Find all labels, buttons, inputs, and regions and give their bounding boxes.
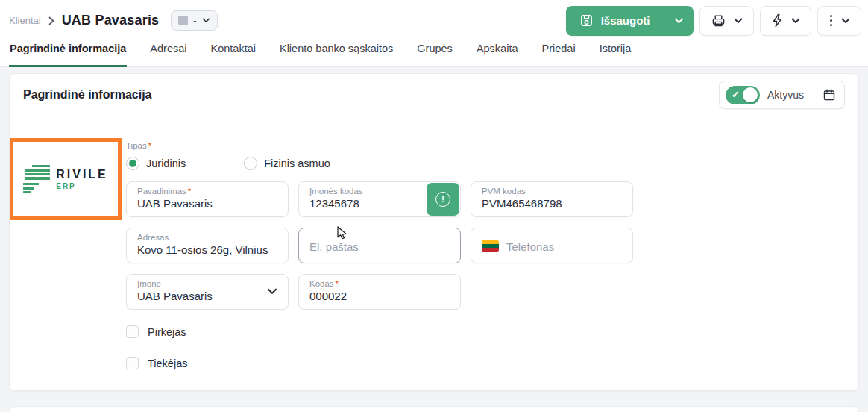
imones-kodas-input[interactable] [309, 196, 417, 210]
tab-kliento-banko-saskaitos[interactable]: Kliento banko sąskaitos [279, 41, 394, 67]
kodas-input[interactable] [309, 288, 450, 302]
main-info-card: Pagrindinė informacija ✓ Aktyvus [9, 73, 859, 391]
breadcrumb-chevron-icon [48, 16, 54, 25]
color-dropdown-value: - [193, 15, 196, 26]
tab-grupes[interactable]: Grupės [416, 41, 453, 67]
next-card-peek [9, 406, 859, 412]
required-mark: * [336, 279, 339, 288]
chevron-down-icon [841, 18, 850, 24]
form-row-2: Adresas [126, 228, 858, 263]
breadcrumb: Klientai UAB Pavasaris - [9, 10, 218, 31]
kebab-icon [828, 15, 834, 27]
card-title: Pagrindinė informacija [23, 88, 151, 102]
logo-brand-sub: ERP [56, 182, 108, 190]
radio-selected-icon [126, 157, 139, 170]
el-pastas-field[interactable] [298, 228, 461, 263]
topbar: Klientai UAB Pavasaris - Išsaugot [0, 0, 868, 41]
checkbox-unchecked-icon[interactable] [126, 325, 139, 338]
client-form: Tipas* Juridinis Fizinis asmuo [126, 116, 858, 369]
print-menu-button[interactable] [699, 6, 754, 36]
tab-adresai[interactable]: Adresai [149, 41, 187, 67]
pvm-kodas-label: PVM kodas [482, 187, 622, 196]
rivile-logo-icon [23, 165, 50, 194]
radio-unselected-icon [244, 157, 257, 170]
tiekejas-label: Tiekėjas [148, 358, 187, 369]
breadcrumb-parent-link[interactable]: Klientai [9, 15, 41, 26]
telefonas-field[interactable] [471, 228, 633, 263]
adresas-input[interactable] [137, 242, 277, 256]
pavadinimas-input[interactable] [137, 196, 277, 210]
pavadinimas-label: Pavadinimas* [137, 187, 277, 196]
lithuania-flag-icon [482, 240, 499, 252]
save-icon [579, 13, 594, 28]
tipas-radio-group: Juridinis Fizinis asmuo [126, 155, 858, 172]
pirkejas-label: Pirkėjas [148, 326, 186, 338]
form-row-3: Įmonė Kodas* [126, 274, 858, 310]
chevron-down-icon [267, 288, 277, 295]
tipas-label: Tipas* [126, 141, 858, 150]
save-button[interactable]: Išsaugoti [566, 6, 664, 36]
chevron-down-icon [202, 18, 210, 23]
imone-select-field[interactable]: Įmonė [126, 274, 289, 310]
pvm-kodas-field[interactable]: PVM kodas [471, 181, 633, 217]
form-rows: Pavadinimas* Įmonės kodas ! [126, 181, 858, 310]
exclamation-circle-icon: ! [435, 192, 450, 207]
topbar-actions: Išsaugoti [566, 6, 861, 36]
pirkejas-checkbox-row[interactable]: Pirkėjas [126, 325, 858, 338]
imone-select-value[interactable] [137, 288, 277, 302]
tab-pagrindine-informacija[interactable]: Pagrindinė informacija [9, 41, 127, 67]
color-status-dropdown[interactable]: - [171, 10, 217, 31]
printer-icon [711, 13, 726, 28]
actions-menu-button[interactable] [760, 6, 811, 36]
lightning-icon [771, 13, 784, 28]
pvm-kodas-input[interactable] [482, 196, 622, 210]
required-mark: * [188, 187, 191, 196]
radio-juridinis-label: Juridinis [146, 157, 186, 169]
required-mark: * [148, 141, 151, 150]
logo-brand-name: RIVILE [56, 168, 108, 181]
tab-kontaktai[interactable]: Kontaktai [210, 41, 257, 67]
imones-kodas-field[interactable]: Įmonės kodas ! [298, 181, 461, 217]
active-toggle[interactable]: ✓ Aktyvus [720, 86, 814, 104]
save-split-button: Išsaugoti [566, 6, 694, 36]
save-button-label: Išsaugoti [601, 14, 650, 27]
calendar-icon [823, 88, 836, 102]
pavadinimas-field[interactable]: Pavadinimas* [126, 181, 289, 217]
checkbox-unchecked-icon[interactable] [126, 357, 139, 369]
chevron-down-icon [734, 18, 743, 24]
card-body: RIVILE ERP Tipas* Juridinis [10, 116, 858, 391]
kodas-field[interactable]: Kodas* [298, 274, 461, 310]
radio-fizinis-asmuo[interactable]: Fizinis asmuo [244, 157, 330, 170]
client-edit-page: Klientai UAB Pavasaris - Išsaugot [0, 0, 868, 412]
calendar-button[interactable] [814, 81, 844, 108]
radio-fizinis-asmuo-label: Fizinis asmuo [264, 157, 330, 169]
chevron-down-icon [791, 18, 800, 24]
tab-apskaita[interactable]: Apskaita [476, 41, 519, 67]
card-header: Pagrindinė informacija ✓ Aktyvus [10, 74, 858, 116]
tab-priedai[interactable]: Priedai [541, 41, 576, 67]
tab-bar: Pagrindinė informacija Adresai Kontaktai… [0, 41, 868, 67]
adresas-field[interactable]: Adresas [126, 228, 289, 263]
radio-juridinis[interactable]: Juridinis [126, 157, 186, 170]
chevron-down-icon [674, 18, 684, 24]
toggle-on-icon: ✓ [726, 86, 760, 104]
client-logo-box[interactable]: RIVILE ERP [10, 138, 122, 220]
adresas-label: Adresas [137, 233, 277, 242]
form-row-1: Pavadinimas* Įmonės kodas ! [126, 181, 858, 217]
active-status-group: ✓ Aktyvus [719, 81, 845, 109]
tab-istorija[interactable]: Istorija [599, 41, 632, 67]
rivile-logo-text: RIVILE ERP [56, 168, 108, 190]
verify-company-code-button[interactable]: ! [427, 183, 459, 216]
page-title: UAB Pavasaris [62, 13, 160, 28]
content-area: Pagrindinė informacija ✓ Aktyvus [0, 67, 868, 412]
telefonas-input[interactable] [506, 239, 622, 253]
more-menu-button[interactable] [817, 6, 862, 36]
imone-label: Įmonė [137, 279, 277, 288]
kodas-label: Kodas* [309, 279, 450, 288]
tiekejas-checkbox-row[interactable]: Tiekėjas [126, 357, 858, 369]
el-pastas-input[interactable] [309, 239, 450, 253]
active-toggle-label: Aktyvus [767, 89, 804, 101]
color-swatch-icon [178, 16, 188, 25]
save-dropdown-button[interactable] [664, 6, 694, 36]
